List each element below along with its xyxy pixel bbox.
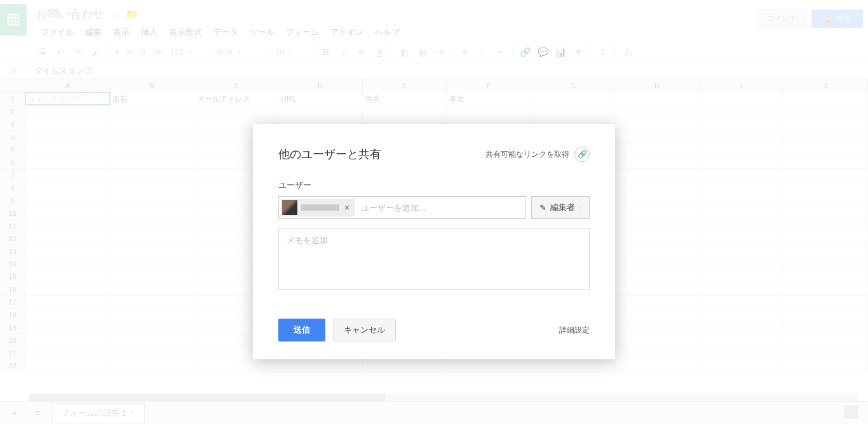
- row-header[interactable]: 1: [0, 93, 25, 105]
- cell[interactable]: [784, 308, 869, 321]
- cell[interactable]: [615, 308, 700, 321]
- cell[interactable]: [615, 232, 700, 244]
- cell[interactable]: タイムスタンプ: [25, 93, 110, 105]
- cell[interactable]: [784, 207, 869, 219]
- cell[interactable]: [110, 143, 194, 156]
- col-header-A[interactable]: A: [26, 79, 111, 93]
- cell[interactable]: [700, 220, 784, 232]
- cell[interactable]: [615, 93, 700, 105]
- share-button[interactable]: 🔒 共有: [811, 10, 863, 28]
- cell[interactable]: [784, 131, 869, 143]
- functions-icon[interactable]: Σ: [595, 44, 611, 60]
- cell[interactable]: [25, 194, 110, 206]
- cell[interactable]: [784, 143, 869, 156]
- folder-icon[interactable]: 📁: [126, 8, 139, 20]
- cell[interactable]: [110, 105, 194, 117]
- menu-insert[interactable]: 挿入: [136, 24, 163, 41]
- cell[interactable]: [110, 347, 194, 359]
- row-header[interactable]: 17: [0, 296, 25, 308]
- comment-icon[interactable]: 💬: [534, 44, 551, 60]
- row-header[interactable]: 16: [0, 283, 25, 295]
- cell[interactable]: [700, 118, 784, 130]
- star-icon[interactable]: ☆: [111, 8, 119, 20]
- cell[interactable]: メールアドレス: [194, 93, 279, 105]
- italic-icon[interactable]: I: [336, 44, 352, 60]
- row-header[interactable]: 7: [0, 169, 25, 181]
- cell[interactable]: [700, 207, 784, 219]
- cell[interactable]: [25, 207, 110, 219]
- row-header[interactable]: 10: [0, 207, 25, 219]
- cell[interactable]: [531, 359, 616, 371]
- cell[interactable]: [615, 182, 700, 194]
- cell[interactable]: [700, 169, 784, 181]
- menu-view[interactable]: 表示: [108, 24, 135, 41]
- cell[interactable]: [784, 118, 869, 130]
- col-header-C[interactable]: C: [194, 79, 279, 93]
- redo-icon[interactable]: ↷: [70, 44, 86, 60]
- cell[interactable]: [25, 283, 110, 295]
- cell[interactable]: [700, 258, 784, 270]
- cell[interactable]: [25, 258, 110, 270]
- cell[interactable]: [25, 321, 110, 333]
- align-icon[interactable]: ≡: [456, 44, 473, 60]
- chip-remove-icon[interactable]: ×: [343, 202, 351, 213]
- cell[interactable]: [700, 131, 784, 143]
- cell[interactable]: [615, 359, 700, 371]
- decrease-decimal-button[interactable]: .0: [136, 48, 147, 56]
- cell[interactable]: 本文: [447, 93, 531, 105]
- cell[interactable]: [110, 118, 194, 130]
- cell[interactable]: [110, 245, 194, 257]
- col-header-J[interactable]: J: [784, 79, 869, 93]
- cell[interactable]: [784, 258, 869, 270]
- filter-icon[interactable]: ▼: [570, 44, 587, 60]
- cell[interactable]: [110, 258, 194, 270]
- row-header[interactable]: 4: [0, 131, 25, 143]
- cell[interactable]: [615, 169, 700, 181]
- chart-icon[interactable]: 📊: [552, 44, 569, 60]
- col-header-I[interactable]: I: [700, 79, 784, 93]
- cell[interactable]: [110, 232, 194, 244]
- cell[interactable]: [615, 321, 700, 333]
- row-header[interactable]: 19: [0, 321, 25, 333]
- cell[interactable]: [615, 334, 700, 346]
- cell[interactable]: [700, 232, 784, 244]
- cell[interactable]: [25, 296, 110, 308]
- formula-input[interactable]: タイムスタンプ: [29, 65, 868, 77]
- borders-icon[interactable]: ▦: [414, 44, 430, 60]
- menu-edit[interactable]: 編集: [80, 24, 107, 41]
- cell[interactable]: [194, 105, 279, 117]
- cell[interactable]: [25, 347, 110, 359]
- cell[interactable]: [25, 105, 110, 117]
- cell[interactable]: [615, 131, 700, 143]
- currency-button[interactable]: ¥: [112, 48, 122, 56]
- cell[interactable]: [110, 359, 194, 371]
- cell[interactable]: [25, 220, 110, 232]
- cell[interactable]: [700, 270, 784, 282]
- merge-cells-icon[interactable]: ⇥: [431, 44, 448, 60]
- font-size-select[interactable]: 10▼: [271, 47, 309, 56]
- bold-icon[interactable]: B: [318, 44, 334, 60]
- cell[interactable]: [700, 245, 784, 257]
- cell[interactable]: [700, 321, 784, 333]
- all-sheets-button[interactable]: ≡: [29, 405, 46, 421]
- cell[interactable]: [700, 347, 784, 359]
- role-select[interactable]: ✎ 編集者 ▾: [531, 196, 590, 219]
- add-sheet-button[interactable]: ＋: [6, 405, 23, 421]
- menu-file[interactable]: ファイル: [36, 24, 79, 41]
- percent-button[interactable]: %: [123, 48, 135, 56]
- link-icon[interactable]: 🔗: [517, 44, 533, 60]
- cell[interactable]: [784, 93, 869, 105]
- row-header[interactable]: 21: [0, 347, 25, 359]
- cell[interactable]: [25, 232, 110, 244]
- cell[interactable]: [615, 296, 700, 308]
- menu-help[interactable]: ヘルプ: [370, 24, 405, 41]
- cell[interactable]: [700, 283, 784, 295]
- col-header-G[interactable]: G: [531, 79, 616, 93]
- cell[interactable]: 名前: [110, 93, 194, 105]
- col-header-E[interactable]: E: [363, 79, 447, 93]
- sheets-logo[interactable]: [0, 4, 27, 36]
- cell[interactable]: [784, 334, 869, 346]
- cell[interactable]: [110, 321, 194, 333]
- cell[interactable]: [700, 143, 784, 156]
- cell[interactable]: [110, 207, 194, 219]
